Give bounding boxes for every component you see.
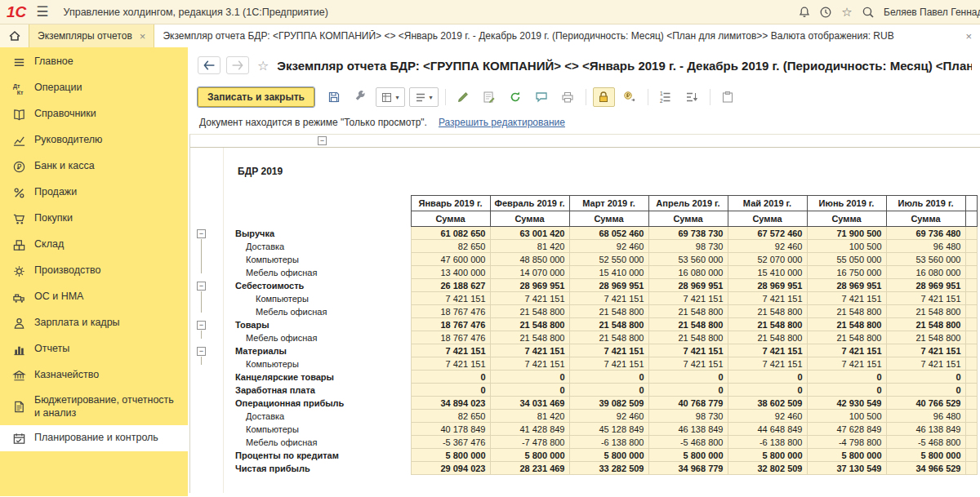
edit-pencil-button[interactable] [452, 87, 474, 107]
value-cell[interactable]: 98 730 [648, 240, 728, 253]
value-cell[interactable]: 47 628 849 [807, 423, 886, 436]
sidebar-item-operacii[interactable]: ДтКтОперации [0, 75, 188, 101]
value-cell[interactable]: 21 548 800 [807, 318, 886, 331]
value-cell[interactable]: 18 767 476 [411, 318, 490, 331]
save-button[interactable] [323, 87, 345, 107]
value-cell[interactable]: 34 031 469 [490, 397, 569, 410]
value-cell[interactable]: 5 800 000 [569, 449, 648, 462]
row-label-cell[interactable]: Выручка [231, 227, 411, 240]
sidebar-item-proizvodstvo[interactable]: Производство [0, 258, 188, 284]
value-cell[interactable]: 5 800 000 [886, 449, 965, 462]
value-cell[interactable]: 55 050 000 [807, 253, 886, 266]
value-cell[interactable]: 45 128 849 [569, 423, 648, 436]
value-cell[interactable]: 21 548 800 [490, 305, 569, 318]
value-cell[interactable]: 100 500 [807, 410, 886, 423]
value-cell[interactable]: 0 [569, 371, 648, 384]
month-column-header[interactable]: Июнь 2019 г. [807, 196, 886, 211]
value-cell[interactable]: 40 766 529 [886, 397, 965, 410]
value-cell[interactable]: 40 178 849 [411, 423, 490, 436]
numbered-list-button[interactable]: 12 [655, 87, 677, 107]
value-cell[interactable]: 28 969 951 [807, 279, 886, 292]
row-group-toggle-materials[interactable]: − [197, 347, 206, 356]
value-cell[interactable]: 96 480 [886, 240, 965, 253]
value-cell[interactable]: 46 138 849 [886, 423, 965, 436]
value-cell[interactable]: 47 600 000 [411, 253, 490, 266]
value-cell[interactable]: 16 750 000 [807, 266, 886, 279]
month-column-header[interactable]: Январь 2019 г. [411, 196, 490, 211]
value-cell[interactable]: 21 548 800 [728, 305, 807, 318]
value-cell[interactable]: 69 738 730 [648, 227, 728, 240]
value-cell[interactable]: 7 421 151 [490, 344, 569, 357]
value-cell[interactable]: 67 572 460 [728, 227, 807, 240]
row-label-cell[interactable]: Доставка [231, 410, 411, 423]
row-label-cell[interactable]: Материалы [231, 344, 411, 357]
report-variants-dropdown[interactable]: ▾ [409, 87, 439, 107]
sidebar-item-os-i-nma[interactable]: ОС и НМА [0, 284, 188, 310]
value-cell[interactable]: 21 548 800 [886, 331, 965, 344]
tab-report-instance[interactable]: Экземпляр отчета БДР: <ГРУППА КОМПАНИЙ> … [154, 24, 980, 47]
value-cell[interactable]: 21 548 800 [728, 331, 807, 344]
print-button[interactable] [557, 87, 579, 107]
value-cell[interactable]: 0 [490, 371, 569, 384]
value-cell[interactable]: 5 800 000 [807, 449, 886, 462]
value-cell[interactable]: 5 800 000 [411, 449, 490, 462]
value-cell[interactable]: 82 650 [411, 410, 490, 423]
value-cell[interactable]: -4 798 800 [807, 436, 886, 449]
value-cell[interactable]: 81 420 [490, 240, 569, 253]
value-cell[interactable]: 32 802 509 [728, 462, 807, 475]
row-label-cell[interactable]: Мебель офисная [231, 305, 411, 318]
history-icon[interactable] [815, 2, 836, 22]
tab-report-list[interactable]: Экземпляры отчетов × [29, 24, 154, 47]
value-cell[interactable]: 52 070 000 [728, 253, 807, 266]
value-cell[interactable]: 7 421 151 [569, 292, 648, 305]
value-cell[interactable]: 100 500 [807, 240, 886, 253]
row-label-cell[interactable]: Компьютеры [231, 253, 411, 266]
value-cell[interactable]: 63 001 420 [490, 227, 569, 240]
report-structure-dropdown[interactable]: ▾ [376, 87, 405, 107]
value-cell[interactable]: 69 736 480 [886, 227, 965, 240]
value-cell[interactable]: 46 138 849 [648, 423, 728, 436]
value-cell[interactable]: 48 850 000 [490, 253, 569, 266]
value-cell[interactable]: 7 421 151 [807, 344, 886, 357]
value-cell[interactable]: 38 602 509 [728, 397, 807, 410]
row-label-cell[interactable]: Операционная прибыль [231, 397, 411, 410]
refresh-button[interactable] [505, 87, 527, 107]
favorites-star-icon[interactable]: ☆ [836, 2, 858, 22]
value-cell[interactable]: 5 800 000 [648, 449, 728, 462]
sidebar-item-rukovoditelyu[interactable]: Руководителю [0, 127, 188, 153]
value-cell[interactable]: -6 138 800 [569, 436, 648, 449]
value-cell[interactable]: 7 421 151 [648, 357, 728, 371]
value-cell[interactable]: -6 138 800 [728, 436, 807, 449]
value-cell[interactable]: -5 468 800 [648, 436, 728, 449]
value-cell[interactable]: 21 548 800 [490, 318, 569, 331]
sidebar-item-glavnoe[interactable]: Главное [0, 49, 188, 75]
value-cell[interactable]: 92 460 [728, 240, 807, 253]
value-cell[interactable]: 96 480 [886, 410, 965, 423]
value-cell[interactable]: 5 800 000 [490, 449, 569, 462]
value-cell[interactable]: 98 730 [648, 410, 728, 423]
value-cell[interactable]: 34 968 779 [648, 462, 728, 475]
value-cell[interactable]: 34 894 023 [411, 397, 490, 410]
notifications-bell-icon[interactable] [794, 2, 815, 22]
home-button[interactable] [0, 24, 29, 47]
value-cell[interactable]: 21 548 800 [648, 305, 728, 318]
value-cell[interactable]: 39 082 509 [569, 397, 648, 410]
search-icon[interactable] [858, 2, 879, 22]
value-cell[interactable]: 0 [490, 384, 569, 397]
value-cell[interactable]: 0 [648, 384, 728, 397]
row-label-cell[interactable]: Мебель офисная [231, 266, 411, 279]
value-cell[interactable]: 81 420 [490, 410, 569, 423]
value-cell[interactable]: 0 [886, 384, 965, 397]
value-cell[interactable]: 26 188 627 [411, 279, 490, 292]
value-cell[interactable]: 37 130 549 [807, 462, 886, 475]
value-cell[interactable]: 21 548 800 [648, 318, 728, 331]
current-user[interactable]: Беляев Павел Геннадь [884, 7, 980, 18]
value-cell[interactable]: 7 421 151 [728, 292, 807, 305]
value-cell[interactable]: 21 548 800 [569, 318, 648, 331]
row-label-cell[interactable]: Канцелярские товары [231, 371, 411, 384]
value-cell[interactable]: 0 [807, 371, 886, 384]
row-label-cell[interactable]: Компьютеры [231, 292, 411, 305]
open-form-button[interactable] [479, 87, 501, 107]
value-cell[interactable]: 0 [411, 384, 490, 397]
value-cell[interactable]: 21 548 800 [807, 305, 886, 318]
